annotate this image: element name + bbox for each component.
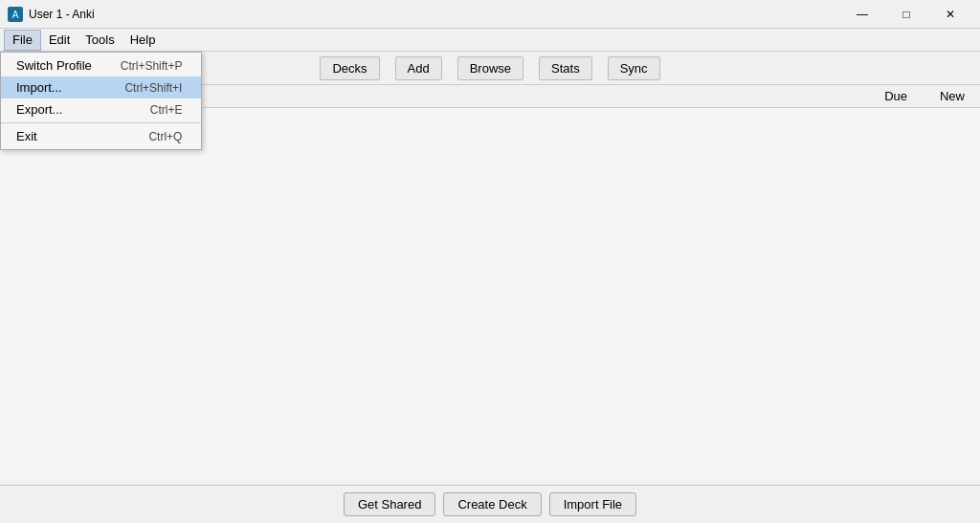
import-file-button[interactable]: Import File [549,492,636,516]
bottom-bar: Get Shared Create Deck Import File [0,485,980,523]
menu-export[interactable]: Export... Ctrl+E [1,98,201,120]
toolbar-add[interactable]: Add [395,56,442,80]
import-label: Import... [16,80,62,95]
switch-profile-label: Switch Profile [16,58,92,73]
title-bar-left: A User 1 - Anki [8,7,95,22]
minimize-button[interactable]: — [840,0,884,29]
import-shortcut: Ctrl+Shift+I [124,81,182,95]
exit-shortcut: Ctrl+Q [148,130,182,143]
column-new: New [907,89,965,103]
toolbar-stats[interactable]: Stats [539,56,592,80]
exit-label: Exit [16,129,37,143]
window-title: User 1 - Anki [29,8,95,21]
menu-exit[interactable]: Exit Ctrl+Q [1,125,201,147]
column-due: Due [850,89,907,103]
toolbar-decks[interactable]: Decks [320,56,379,80]
svg-text:A: A [12,10,19,20]
menu-tools[interactable]: Tools [78,30,122,51]
toolbar-browse[interactable]: Browse [457,56,523,80]
export-label: Export... [16,102,62,117]
menu-edit[interactable]: Edit [41,30,78,51]
menu-switch-profile[interactable]: Switch Profile Ctrl+Shift+P [1,54,201,76]
get-shared-button[interactable]: Get Shared [344,492,436,516]
switch-profile-shortcut: Ctrl+Shift+P [121,59,183,73]
app-icon: A [8,7,23,22]
close-button[interactable]: ✕ [928,0,972,29]
export-shortcut: Ctrl+E [150,103,183,117]
create-deck-button[interactable]: Create Deck [443,492,541,516]
file-dropdown-menu: Switch Profile Ctrl+Shift+P Import... Ct… [0,52,202,150]
menu-file[interactable]: File [4,30,41,51]
maximize-button[interactable]: □ [884,0,928,29]
menu-import[interactable]: Import... Ctrl+Shift+I [1,76,201,98]
window-controls: — □ ✕ [840,0,972,29]
main-content [0,108,980,480]
menu-help[interactable]: Help [122,30,164,51]
toolbar-sync[interactable]: Sync [608,56,660,80]
menu-separator [1,122,201,123]
menu-bar: File Edit Tools Help Switch Profile Ctrl… [0,29,980,52]
title-bar: A User 1 - Anki — □ ✕ [0,0,980,29]
